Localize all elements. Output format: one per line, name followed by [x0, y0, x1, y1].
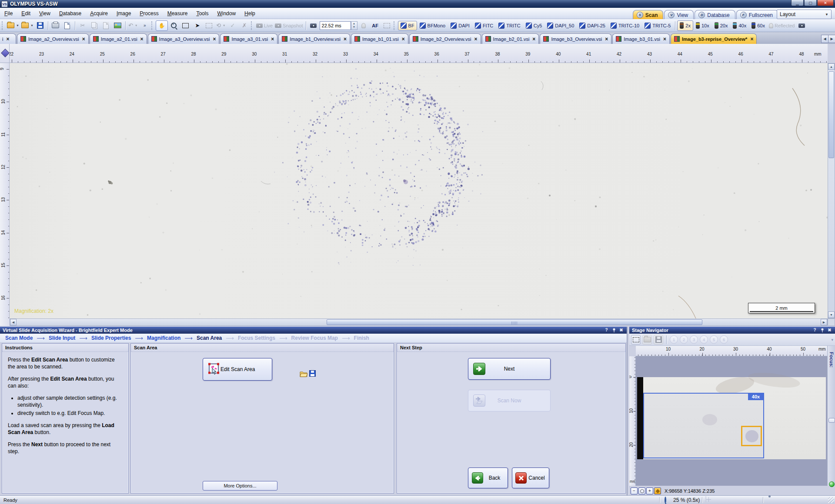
document-tab-image-b1-01-vsi[interactable]: Image_b1_01.vsi×: [351, 33, 408, 44]
menu-tools[interactable]: Tools: [192, 8, 213, 19]
menu-file[interactable]: File: [0, 8, 17, 19]
marquee-select-button[interactable]: [204, 21, 215, 30]
filter-button-dapi[interactable]: DAPI: [448, 21, 472, 30]
menu-edit[interactable]: Edit: [17, 8, 35, 19]
stored-position-button-3[interactable]: 3: [690, 335, 698, 344]
define-region-button[interactable]: [631, 335, 641, 345]
exposure-spinner[interactable]: ▲▼: [351, 21, 357, 30]
scroll-down-button[interactable]: ▼: [828, 312, 835, 318]
exposure-camera-button[interactable]: [308, 21, 319, 30]
menu-view[interactable]: View: [35, 8, 55, 19]
back-button[interactable]: Back: [468, 468, 508, 488]
rotate-tool-button[interactable]: ⟲▼: [215, 21, 227, 30]
save-positions-button[interactable]: [654, 335, 663, 345]
layout-dropdown[interactable]: Layout ▼: [777, 10, 832, 19]
more-options-button[interactable]: More Options...: [203, 481, 277, 491]
tab-scroll-left-button[interactable]: ◀: [821, 35, 828, 43]
horizontal-scrollbar[interactable]: ◀ ▶: [10, 318, 828, 326]
tab-close-icon[interactable]: ×: [6, 36, 9, 42]
document-tab-image-b2-overview-vsi[interactable]: Image_b2_Overview.vsi×: [409, 33, 481, 44]
open-from-database-button[interactable]: ▼: [6, 21, 20, 30]
wizard-step-scan-mode[interactable]: Scan Mode: [5, 335, 33, 341]
insert-image-button[interactable]: [112, 21, 124, 30]
af-settings-button[interactable]: [381, 21, 393, 30]
tab-close-icon[interactable]: ×: [402, 36, 405, 42]
document-tab-image-a2-overview-vsi[interactable]: Image_a2_Overview.vsi×: [17, 33, 89, 44]
stored-position-button-2[interactable]: 2: [680, 335, 688, 344]
reflected-button[interactable]: Reflected: [768, 21, 795, 30]
tab-close-icon[interactable]: ×: [82, 36, 85, 42]
document-tab-image-a3-overview-vsi[interactable]: Image_a3_Overview.vsi×: [148, 33, 220, 44]
toolbar-options-chevron-icon[interactable]: ▾: [831, 338, 833, 342]
navigator-stage-map[interactable]: 40x: [636, 356, 827, 486]
document-tab-image-b1-overview-vsi[interactable]: Image_b1_Overview.vsi×: [278, 33, 350, 44]
objective-button-40x[interactable]: 40x: [730, 20, 749, 31]
tab-close-icon[interactable]: ×: [663, 36, 666, 42]
tab-close-icon[interactable]: ×: [474, 36, 478, 42]
slide-overview-viewport[interactable]: Magnification: 2x 2 mm: [10, 63, 828, 318]
load-scan-area-button[interactable]: [300, 371, 308, 378]
apply-button[interactable]: ✓: [227, 21, 238, 30]
maximize-button[interactable]: ▢: [804, 0, 817, 6]
tab-close-icon[interactable]: ×: [271, 36, 274, 42]
next-button[interactable]: Next: [468, 358, 551, 380]
pin-icon[interactable]: [611, 328, 617, 333]
close-icon[interactable]: ✖: [827, 328, 832, 333]
pin-icon[interactable]: [819, 328, 825, 333]
page-preview-button[interactable]: [62, 21, 73, 30]
discard-button[interactable]: ✗: [239, 21, 250, 30]
objective-button-2x[interactable]: 2x: [677, 20, 693, 31]
document-tab-image-b3-01-vsi[interactable]: Image_b3_01.vsi×: [612, 33, 670, 44]
rectangle-tool-button[interactable]: [180, 21, 191, 30]
filter-button-bfmono[interactable]: BFMono: [417, 21, 448, 30]
workspace-tab-scan[interactable]: SScan: [633, 10, 664, 20]
filter-button-cy5[interactable]: Cy5: [523, 21, 545, 30]
scroll-right-button[interactable]: ▶: [821, 319, 827, 325]
lamp-button[interactable]: [358, 21, 369, 30]
copy-button[interactable]: [89, 21, 100, 30]
stored-position-button-4[interactable]: 4: [700, 335, 708, 344]
filter-button-fitc[interactable]: FITC: [472, 21, 496, 30]
tab-scroll-right-button[interactable]: ▶: [828, 35, 835, 43]
tab-close-icon[interactable]: ×: [750, 36, 753, 42]
document-tab-image-a3-01-vsi[interactable]: Image_a3_01.vsi×: [220, 33, 277, 44]
resize-grip[interactable]: [828, 497, 834, 503]
menu-image[interactable]: Image: [112, 8, 135, 19]
navigator-zoom-in-button[interactable]: +: [646, 487, 653, 494]
tab-close-icon[interactable]: ×: [140, 36, 144, 42]
wizard-step-slide-input[interactable]: Slide Input: [49, 335, 75, 341]
vertical-scrollbar[interactable]: ▲ ▼: [828, 63, 835, 318]
undo-button[interactable]: ↶▼: [127, 21, 139, 30]
objective-button-10x[interactable]: 10x: [693, 20, 712, 31]
scroll-up-button[interactable]: ▲: [828, 63, 835, 70]
stored-position-button-1[interactable]: 1: [670, 335, 678, 344]
menu-database[interactable]: Database: [55, 8, 86, 19]
navigator-zoom-out-button[interactable]: −: [631, 487, 638, 494]
close-icon[interactable]: ✖: [618, 328, 624, 333]
wizard-step-slide-properties[interactable]: Slide Properties: [91, 335, 131, 341]
cancel-button[interactable]: Cancel: [512, 468, 549, 488]
objective-button-20x[interactable]: 20x: [712, 20, 731, 31]
tab-close-icon[interactable]: ×: [605, 36, 608, 42]
filter-button-bf[interactable]: BF: [398, 21, 417, 30]
stage-position-button[interactable]: [654, 487, 661, 494]
scan-now-button[interactable]: Scan Now: [468, 390, 551, 411]
origin-diamond-icon[interactable]: [1, 49, 10, 57]
stored-position-button-5[interactable]: 5: [710, 335, 718, 344]
horizontal-scroll-thumb[interactable]: [327, 319, 702, 325]
filter-button-tritc-10[interactable]: TRITC-10: [608, 21, 642, 30]
focus-slider[interactable]: Focus:: [827, 346, 835, 486]
cut-button[interactable]: ✂: [77, 21, 88, 30]
menu-help[interactable]: Help: [240, 8, 260, 19]
menu-measure[interactable]: Measure: [163, 8, 192, 19]
document-tab-image-a2-01-vsi[interactable]: Image_a2_01.vsi×: [90, 33, 147, 44]
tab-close-icon[interactable]: ×: [344, 36, 347, 42]
paste-button[interactable]: [100, 21, 112, 30]
snapshot-button[interactable]: Snapshot: [274, 21, 304, 30]
exposure-time-input[interactable]: [320, 21, 351, 30]
pointer-tool-button[interactable]: ➤: [192, 21, 203, 30]
load-positions-button[interactable]: [642, 335, 652, 345]
focus-slider-handle[interactable]: [828, 418, 835, 423]
save-button[interactable]: [35, 21, 46, 30]
document-tab-image-b2-01-vsi[interactable]: Image_b2_01.vsi×: [482, 33, 539, 44]
